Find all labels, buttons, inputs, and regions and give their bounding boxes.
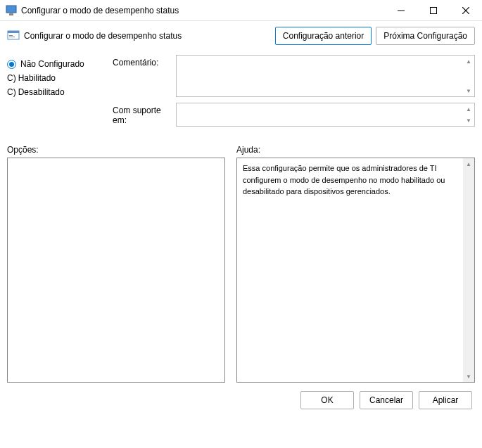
- titlebar: Configurar o modo de desempenho status: [0, 0, 482, 21]
- close-button[interactable]: [450, 0, 482, 20]
- radio-not-configured[interactable]: Não Configurado: [7, 59, 106, 69]
- header-row: Configurar o modo de desempenho status C…: [7, 27, 475, 45]
- comment-label: Comentário:: [113, 55, 176, 97]
- help-label: Ajuda:: [236, 145, 260, 155]
- radio-label: Desabilitado: [18, 87, 65, 97]
- svg-rect-0: [6, 6, 16, 13]
- radio-dot-icon: [7, 60, 16, 69]
- comment-scroll[interactable]: ▲ ▼: [464, 56, 474, 96]
- minimize-button[interactable]: [385, 0, 417, 20]
- previous-setting-button[interactable]: Configuração anterior: [275, 27, 372, 45]
- apply-button[interactable]: Aplicar: [419, 391, 472, 409]
- help-scrollbar[interactable]: ▲ ▼: [463, 158, 474, 382]
- radio-disabled[interactable]: C) Desabilitado: [7, 87, 106, 97]
- policy-icon: [7, 30, 20, 42]
- header-title: Configurar o modo de desempenho status: [24, 31, 275, 41]
- radio-enabled[interactable]: C) Habilitado: [7, 73, 106, 83]
- supported-label: Com suporte em:: [113, 103, 176, 127]
- svg-rect-9: [9, 37, 15, 37]
- window-title: Configurar o modo de desempenho status: [21, 6, 385, 15]
- scroll-up-icon: ▲: [463, 158, 474, 169]
- cancel-button[interactable]: Cancelar: [360, 391, 413, 409]
- svg-rect-7: [8, 31, 19, 33]
- comment-input[interactable]: ▲ ▼: [176, 55, 475, 97]
- radio-prefix: C): [7, 73, 16, 83]
- radio-label: Não Configurado: [20, 59, 84, 69]
- scroll-up-icon: ▲: [464, 104, 474, 114]
- scroll-down-icon: ▼: [464, 115, 474, 125]
- state-options: Não Configurado C) Habilitado C) Desabil…: [7, 55, 113, 132]
- options-panel: [7, 158, 225, 383]
- scroll-down-icon: ▼: [464, 86, 474, 96]
- scroll-down-icon: ▼: [463, 371, 474, 382]
- radio-prefix: C): [7, 87, 16, 97]
- maximize-button[interactable]: [417, 0, 450, 20]
- content-area: Configurar o modo de desempenho status C…: [0, 21, 482, 416]
- svg-rect-3: [431, 7, 437, 13]
- supported-input: ▲ ▼: [176, 103, 475, 127]
- options-label: Opções:: [7, 145, 236, 155]
- supported-scroll[interactable]: ▲ ▼: [464, 104, 474, 125]
- svg-rect-1: [9, 13, 13, 15]
- next-setting-button[interactable]: Próxima Configuração: [376, 27, 475, 45]
- help-panel: Essa configuração permite que os adminis…: [236, 158, 475, 383]
- radio-label: Habilitado: [18, 73, 56, 83]
- footer-buttons: OK Cancelar Aplicar: [7, 391, 475, 409]
- app-icon: [6, 5, 17, 16]
- ok-button[interactable]: OK: [300, 391, 354, 409]
- scroll-up-icon: ▲: [464, 56, 474, 66]
- svg-rect-8: [9, 35, 13, 36]
